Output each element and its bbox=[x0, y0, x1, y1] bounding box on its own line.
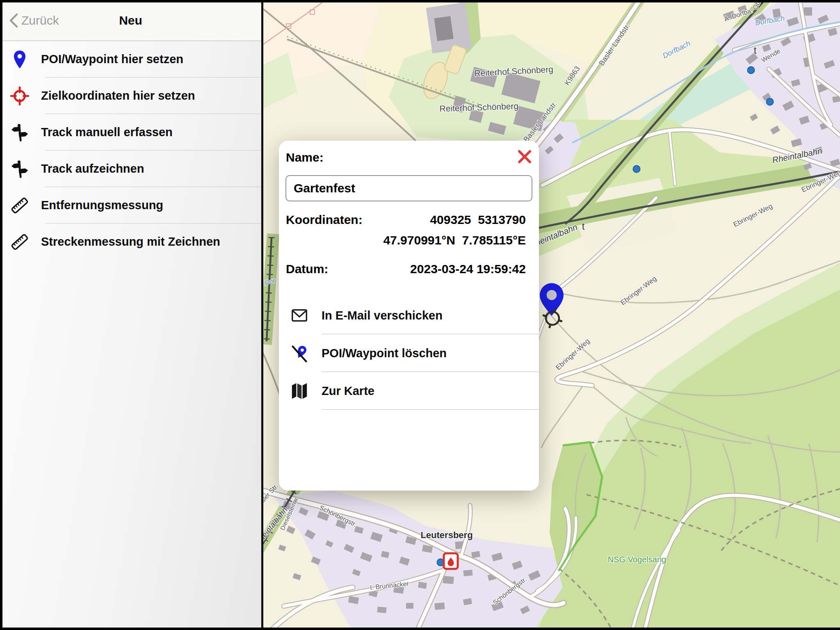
signpost-icon bbox=[9, 122, 30, 143]
sidebar: Zurück Neu POI/Waypoint hier setzenZielk… bbox=[0, 0, 263, 630]
sidebar-item[interactable]: Entfernungsmessung bbox=[0, 187, 261, 224]
back-label: Zurück bbox=[21, 14, 59, 27]
dialog-action-label: Zur Karte bbox=[322, 384, 374, 398]
dialog-action-label: In E-Mail verschicken bbox=[322, 309, 443, 322]
coords-utm-value: 409325 5313790 bbox=[430, 213, 526, 227]
map-dot-icon bbox=[633, 166, 640, 173]
map-dot-icon bbox=[767, 98, 774, 105]
waypoint-dialog: Name: Koordinaten: 409325 5313790 47.970… bbox=[279, 141, 539, 491]
email-icon bbox=[290, 306, 309, 325]
ruler-icon bbox=[9, 195, 30, 216]
close-icon[interactable] bbox=[517, 149, 532, 164]
signpost-icon bbox=[9, 158, 30, 180]
date-label: Datum: bbox=[286, 262, 328, 276]
app-screen: Reiterhof SchönbergReiterhof SchönbergBa… bbox=[0, 0, 840, 630]
poi-pin-icon bbox=[9, 49, 30, 70]
map-label: t bbox=[582, 221, 585, 232]
back-button[interactable]: Zurück bbox=[8, 0, 59, 41]
sidebar-item[interactable]: POI/Waypoint hier setzen bbox=[0, 41, 261, 78]
sidebar-item[interactable]: Track aufzeichnen bbox=[0, 151, 261, 187]
name-label: Name: bbox=[286, 151, 324, 164]
ruler-icon bbox=[9, 231, 30, 253]
coords-latlon-value: 47.970991°N 7.785115°E bbox=[383, 233, 526, 247]
dialog-action[interactable]: POI/Waypoint löschen bbox=[279, 334, 539, 372]
coords-label: Koordinaten: bbox=[286, 213, 363, 227]
map-dot-icon bbox=[748, 67, 755, 74]
dialog-action[interactable]: In E-Mail verschicken bbox=[279, 297, 539, 334]
sidebar-item-label: POI/Waypoint hier setzen bbox=[41, 52, 183, 66]
tools-menu: POI/Waypoint hier setzenZielkoordinaten … bbox=[0, 41, 261, 260]
map-label: Leutersberg bbox=[420, 530, 472, 540]
date-value: 2023-03-24 19:59:42 bbox=[410, 262, 526, 276]
map-label: NSG Vogelsang bbox=[608, 555, 666, 564]
sidebar-item[interactable]: Track manuell erfassen bbox=[0, 114, 261, 151]
navbar: Zurück Neu bbox=[0, 0, 261, 41]
sidebar-item-label: Streckenmessung mit Zeichnen bbox=[41, 235, 220, 249]
delete-waypoint-icon bbox=[290, 343, 309, 363]
waypoint-name-input[interactable] bbox=[285, 175, 532, 201]
crosshair-icon bbox=[9, 85, 30, 107]
map-icon bbox=[290, 381, 309, 401]
dialog-action[interactable]: Zur Karte bbox=[279, 372, 539, 410]
sidebar-item[interactable]: Zielkoordinaten hier setzen bbox=[0, 78, 261, 114]
fire-station-icon bbox=[444, 553, 458, 569]
dialog-action-label: POI/Waypoint löschen bbox=[322, 347, 447, 360]
sidebar-item-label: Entfernungsmessung bbox=[41, 199, 163, 212]
sidebar-item[interactable]: Streckenmessung mit Zeichnen bbox=[0, 224, 261, 260]
dialog-actions: In E-Mail verschickenPOI/Waypoint lösche… bbox=[279, 297, 539, 410]
sidebar-item-label: Track aufzeichnen bbox=[41, 162, 144, 176]
sidebar-item-label: Track manuell erfassen bbox=[41, 126, 173, 139]
back-chevron-icon bbox=[8, 13, 19, 28]
sidebar-item-label: Zielkoordinaten hier setzen bbox=[41, 89, 195, 103]
map-label: t bbox=[754, 45, 757, 56]
